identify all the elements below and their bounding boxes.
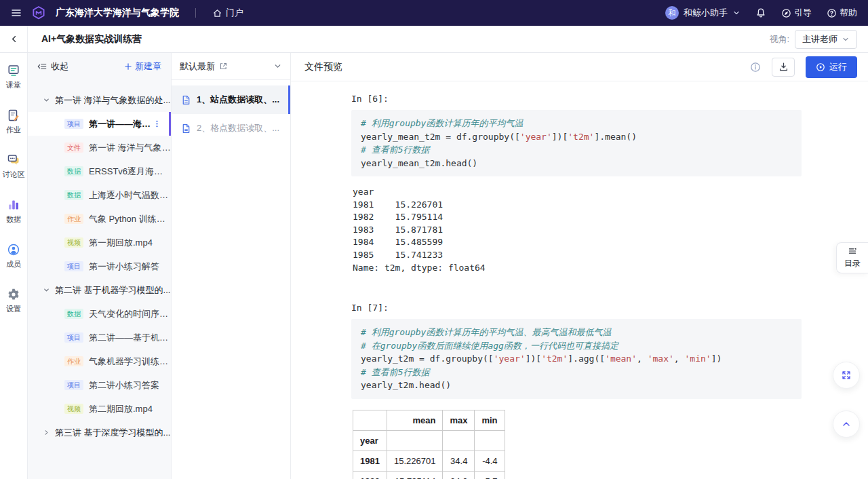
chevron-down-icon xyxy=(842,35,850,43)
rail-item-discussion[interactable]: 讨论区 xyxy=(3,153,25,180)
tree-item[interactable]: 视频第二期回放.mp4 xyxy=(28,397,171,421)
tree-item[interactable]: 项目第一讲小练习解答 xyxy=(28,254,171,278)
chapter-row[interactable]: 第一讲 海洋与气象数据的处... xyxy=(28,88,171,112)
df-row: 198115.22670134.4-4.4 xyxy=(353,451,505,471)
video-badge: 视频 xyxy=(64,237,83,248)
sort-selector[interactable]: 默认最新 xyxy=(180,60,215,73)
view-switcher-dropdown[interactable]: 主讲老师 xyxy=(795,30,857,49)
notebook-scroll-area[interactable]: In [6]:# 利用groupby函数计算历年的平均气温 yearly_mea… xyxy=(291,81,868,479)
view-label: 视角: xyxy=(769,33,789,45)
tree-item[interactable]: 数据天气变化的时间序列... xyxy=(28,302,171,326)
rail-item-settings[interactable]: 设置 xyxy=(6,288,21,314)
plus-icon xyxy=(124,62,132,71)
home-icon xyxy=(212,8,222,18)
notebook-file-icon xyxy=(181,95,191,105)
divider xyxy=(195,8,196,18)
more-menu-icon[interactable] xyxy=(153,119,161,128)
file-preview-panel: 文件预览 运行 In [6]:# 利用groupby函数计算历年的平均气温 ye… xyxy=(291,53,868,479)
code-source: # 利用groupby函数计算历年的平均气温 yearly_mean_t2m =… xyxy=(361,117,792,170)
tree-item[interactable]: 作业气象机器学习训练营... xyxy=(28,349,171,373)
file-item-label: 1、站点数据读取、... xyxy=(197,94,279,106)
info-icon[interactable] xyxy=(750,62,761,73)
view-value: 主讲老师 xyxy=(802,33,837,45)
tree-item[interactable]: 项目第二讲——基于机器... xyxy=(28,326,171,349)
chapter-tree[interactable]: 第一讲 海洋与气象数据的处...项目第一讲——海洋...文件第一讲 海洋与气象数… xyxy=(28,80,171,479)
tree-item[interactable]: 视频第一期回放.mp4 xyxy=(28,231,171,254)
file-list-item[interactable]: 1、站点数据读取、... xyxy=(172,85,290,114)
preview-title: 文件预览 xyxy=(304,61,342,73)
chevron-down-icon[interactable] xyxy=(43,96,50,104)
scroll-to-top-button[interactable] xyxy=(833,410,860,438)
data-icon xyxy=(7,198,20,212)
run-button[interactable]: 运行 xyxy=(806,56,857,78)
file-item-label: 2、格点数据读取、... xyxy=(197,122,279,134)
chapter-row[interactable]: 第三讲 基于深度学习模型的... xyxy=(28,421,171,444)
chapter-row[interactable]: 第二讲 基于机器学习模型的... xyxy=(28,278,171,302)
project-badge: 项目 xyxy=(64,119,83,129)
guide-label: 引导 xyxy=(794,7,812,19)
download-icon xyxy=(778,62,789,72)
tree-item[interactable]: 数据ERSSTv6逐月海温数... xyxy=(28,159,171,183)
video-badge: 视频 xyxy=(64,404,83,414)
tree-item[interactable]: 数据上海逐小时气温数据... xyxy=(28,183,171,207)
tree-item-label: 上海逐小时气温数据... xyxy=(89,189,171,202)
chevron-up-icon xyxy=(841,419,852,429)
new-chapter-button[interactable]: 新建章 xyxy=(124,60,161,73)
rail-item-classroom[interactable]: 课堂 xyxy=(6,64,21,90)
modelwhale-logo-icon[interactable] xyxy=(31,5,46,20)
download-button[interactable] xyxy=(772,58,795,77)
notifications-bell-icon[interactable] xyxy=(755,7,766,18)
tree-item-label: 气象 Python 训练营 ... xyxy=(89,213,171,225)
top-navbar: 广东海洋大学海洋与气象学院 门户 和 和鲸小助手 引导 帮助 xyxy=(0,0,868,26)
df-cell: -4.4 xyxy=(475,451,505,471)
left-rail: 课堂作业讨论区数据成员设置 xyxy=(0,53,28,479)
back-button[interactable] xyxy=(0,26,28,52)
app-window: 广东海洋大学海洋与气象学院 门户 和 和鲸小助手 引导 帮助 xyxy=(0,0,868,479)
toc-tab[interactable]: 目录 xyxy=(836,242,868,273)
file-badge: 文件 xyxy=(64,142,83,153)
chevron-down-icon[interactable] xyxy=(273,62,282,71)
tree-item-label: 第一期回放.mp4 xyxy=(89,237,153,249)
help-question-icon xyxy=(827,8,837,18)
project-badge: 项目 xyxy=(64,261,83,271)
homework-badge: 作业 xyxy=(64,356,83,366)
chevron-left-icon xyxy=(9,34,19,44)
rail-item-label: 课堂 xyxy=(6,80,21,90)
rail-item-homework[interactable]: 作业 xyxy=(6,109,21,135)
portal-label: 门户 xyxy=(226,7,243,19)
project-badge: 项目 xyxy=(64,332,83,343)
play-circle-icon xyxy=(816,62,825,72)
tree-item[interactable]: 作业气象 Python 训练营 ... xyxy=(28,207,171,231)
help-link[interactable]: 帮助 xyxy=(827,7,857,19)
guide-compass-icon xyxy=(781,8,791,18)
members-icon xyxy=(7,243,20,256)
df-cell: 15.226701 xyxy=(387,451,442,471)
df-cell: -5.7 xyxy=(475,471,505,479)
code-cell: # 利用groupby函数计算历年的平均气温 yearly_mean_t2m =… xyxy=(351,110,802,176)
chevron-down-icon[interactable] xyxy=(43,286,50,294)
course-header: AI+气象数据实战训练营 视角: 主讲老师 xyxy=(0,26,868,53)
portal-link[interactable]: 门户 xyxy=(212,7,243,19)
rail-item-label: 设置 xyxy=(6,304,21,314)
tree-item-label: 第一讲小练习解答 xyxy=(89,261,159,273)
chapter-label: 第二讲 基于机器学习模型的... xyxy=(55,284,170,296)
tree-item-label: 气象机器学习训练营... xyxy=(89,356,171,368)
assistant-menu[interactable]: 和 和鲸小助手 xyxy=(665,6,741,20)
rail-item-members[interactable]: 成员 xyxy=(6,243,21,269)
fullscreen-button[interactable] xyxy=(833,362,860,389)
hamburger-menu-icon[interactable] xyxy=(11,7,22,18)
file-list-item[interactable]: 2、格点数据读取、... xyxy=(172,114,290,142)
tree-item[interactable]: 项目第二讲小练习答案 xyxy=(28,373,171,397)
rail-item-data[interactable]: 数据 xyxy=(6,198,21,225)
notebook: In [6]:# 利用groupby函数计算历年的平均气温 yearly_mea… xyxy=(351,94,854,479)
data-badge: 数据 xyxy=(64,166,83,176)
chevron-right-icon[interactable] xyxy=(43,429,50,436)
tree-item-label: 第二讲——基于机器... xyxy=(89,332,171,344)
guide-link[interactable]: 引导 xyxy=(781,7,812,19)
tree-item[interactable]: 项目第一讲——海洋... xyxy=(28,112,171,136)
collapse-panel-button[interactable]: 收起 xyxy=(37,60,68,73)
settings-icon xyxy=(7,288,20,301)
project-badge: 项目 xyxy=(64,380,83,390)
external-link-icon[interactable] xyxy=(219,62,228,71)
tree-item[interactable]: 文件第一讲 海洋与气象数... xyxy=(28,136,171,159)
